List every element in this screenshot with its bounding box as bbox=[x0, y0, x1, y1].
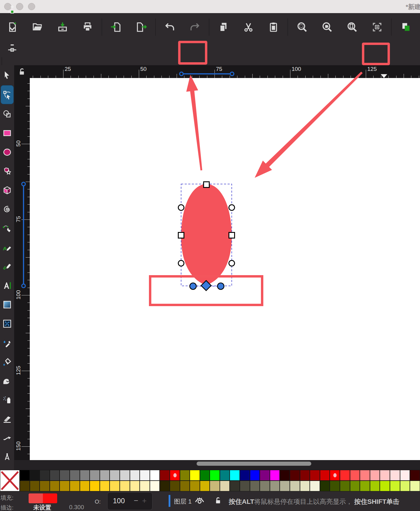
pencil-tool-icon[interactable] bbox=[1, 238, 13, 257]
bucket-tool-icon[interactable] bbox=[1, 353, 13, 371]
color-swatch[interactable] bbox=[360, 481, 370, 491]
layer-selector[interactable]: 图层 1 bbox=[174, 497, 192, 506]
color-swatch[interactable] bbox=[320, 481, 330, 491]
color-swatch[interactable] bbox=[90, 470, 100, 481]
horizontal-ruler[interactable]: 255075100125 bbox=[30, 65, 420, 78]
color-swatch[interactable] bbox=[110, 470, 120, 481]
clone-icon[interactable] bbox=[418, 17, 420, 38]
color-swatch[interactable] bbox=[230, 470, 240, 481]
color-swatch[interactable] bbox=[30, 481, 40, 491]
color-swatch[interactable] bbox=[380, 470, 390, 481]
color-swatch[interactable] bbox=[60, 481, 70, 491]
color-swatch[interactable] bbox=[350, 481, 360, 491]
delete-node-icon[interactable] bbox=[0, 38, 24, 57]
color-swatch[interactable] bbox=[260, 470, 270, 481]
color-swatch[interactable] bbox=[290, 481, 300, 491]
color-swatch[interactable] bbox=[330, 481, 340, 491]
color-swatch[interactable] bbox=[100, 481, 110, 491]
color-swatch[interactable] bbox=[20, 470, 30, 481]
color-swatch[interactable] bbox=[120, 481, 130, 491]
star-tool-icon[interactable] bbox=[1, 162, 13, 180]
stroke-value[interactable]: 未设置 bbox=[33, 504, 51, 511]
color-swatch[interactable] bbox=[200, 470, 210, 481]
color-swatch[interactable] bbox=[280, 470, 290, 481]
color-swatch[interactable] bbox=[170, 481, 180, 491]
color-swatch[interactable] bbox=[290, 470, 300, 481]
color-swatch[interactable] bbox=[250, 481, 260, 491]
color-swatch[interactable] bbox=[320, 470, 330, 481]
color-swatch[interactable] bbox=[220, 481, 230, 491]
color-swatch[interactable] bbox=[400, 470, 410, 481]
color-swatch[interactable] bbox=[180, 481, 190, 491]
zoom-drawing-icon[interactable] bbox=[315, 17, 340, 38]
color-swatch[interactable] bbox=[190, 470, 200, 481]
import-document-icon[interactable] bbox=[104, 17, 129, 38]
color-swatch[interactable] bbox=[360, 470, 370, 481]
color-swatch[interactable] bbox=[30, 470, 40, 481]
rect-tool-icon[interactable] bbox=[1, 124, 13, 142]
stroke-width-value[interactable]: 0.300 bbox=[69, 504, 84, 511]
opacity-value[interactable]: 100 bbox=[113, 497, 125, 505]
vertical-ruler[interactable]: 5075100125150 bbox=[14, 78, 30, 460]
box3d-tool-icon[interactable] bbox=[1, 181, 13, 200]
color-swatch[interactable] bbox=[240, 470, 250, 481]
color-swatch[interactable] bbox=[130, 470, 140, 481]
color-swatch[interactable] bbox=[370, 481, 380, 491]
color-swatch[interactable] bbox=[170, 470, 180, 481]
color-swatch[interactable] bbox=[180, 470, 190, 481]
eraser-tool-icon[interactable] bbox=[1, 410, 13, 428]
insert-node-icon[interactable] bbox=[0, 0, 24, 19]
color-swatch[interactable] bbox=[270, 481, 280, 491]
color-swatch[interactable] bbox=[120, 470, 130, 481]
color-swatch[interactable] bbox=[280, 481, 290, 491]
no-color-swatch[interactable] bbox=[0, 470, 20, 491]
color-swatch[interactable] bbox=[210, 470, 220, 481]
color-swatch[interactable] bbox=[250, 470, 260, 481]
color-swatch[interactable] bbox=[200, 481, 210, 491]
color-swatch[interactable] bbox=[220, 470, 230, 481]
color-swatch[interactable] bbox=[190, 481, 200, 491]
color-swatch[interactable] bbox=[130, 481, 140, 491]
color-swatch[interactable] bbox=[390, 470, 400, 481]
color-swatch[interactable] bbox=[110, 481, 120, 491]
paste-icon[interactable] bbox=[261, 17, 286, 38]
color-swatch[interactable] bbox=[150, 481, 160, 491]
maximize-button[interactable] bbox=[28, 3, 35, 10]
duplicate-icon[interactable] bbox=[393, 17, 418, 38]
color-swatch[interactable] bbox=[50, 481, 60, 491]
shape-builder-icon[interactable] bbox=[1, 105, 13, 123]
color-swatch[interactable] bbox=[160, 470, 170, 481]
gradient-tool-icon[interactable] bbox=[1, 295, 13, 314]
color-swatch[interactable] bbox=[330, 470, 340, 481]
color-swatch[interactable] bbox=[350, 470, 360, 481]
print-document-icon[interactable] bbox=[75, 17, 100, 38]
opacity-decrease-button[interactable]: − bbox=[134, 496, 138, 505]
redo-icon[interactable] bbox=[182, 17, 207, 38]
color-swatch[interactable] bbox=[380, 481, 390, 491]
spiral-tool-icon[interactable] bbox=[1, 200, 13, 219]
export-document-icon[interactable] bbox=[129, 17, 154, 38]
color-swatch[interactable] bbox=[100, 470, 110, 481]
color-swatch[interactable] bbox=[310, 481, 320, 491]
color-swatch[interactable] bbox=[80, 470, 90, 481]
selector-icon[interactable] bbox=[1, 66, 13, 85]
pen-tool-icon[interactable] bbox=[1, 219, 13, 238]
canvas[interactable] bbox=[30, 78, 420, 460]
color-swatch[interactable] bbox=[240, 481, 250, 491]
dropper-tool-icon[interactable] bbox=[1, 334, 13, 352]
color-swatch[interactable] bbox=[260, 481, 270, 491]
color-swatch[interactable] bbox=[90, 481, 100, 491]
color-swatch[interactable] bbox=[210, 481, 220, 491]
color-swatch[interactable] bbox=[300, 481, 310, 491]
zoom-fit-icon[interactable] bbox=[365, 17, 390, 38]
color-swatch[interactable] bbox=[140, 470, 150, 481]
ruler-lock-icon[interactable] bbox=[14, 65, 30, 78]
mesh-tool-icon[interactable] bbox=[1, 314, 13, 333]
spray-tool-icon[interactable] bbox=[1, 391, 13, 409]
color-swatch[interactable] bbox=[50, 470, 60, 481]
fill-color-swatch[interactable] bbox=[29, 493, 57, 503]
color-swatch[interactable] bbox=[390, 481, 400, 491]
color-swatch[interactable] bbox=[270, 470, 280, 481]
opacity-increase-button[interactable]: + bbox=[142, 496, 147, 505]
color-swatch[interactable] bbox=[70, 470, 80, 481]
